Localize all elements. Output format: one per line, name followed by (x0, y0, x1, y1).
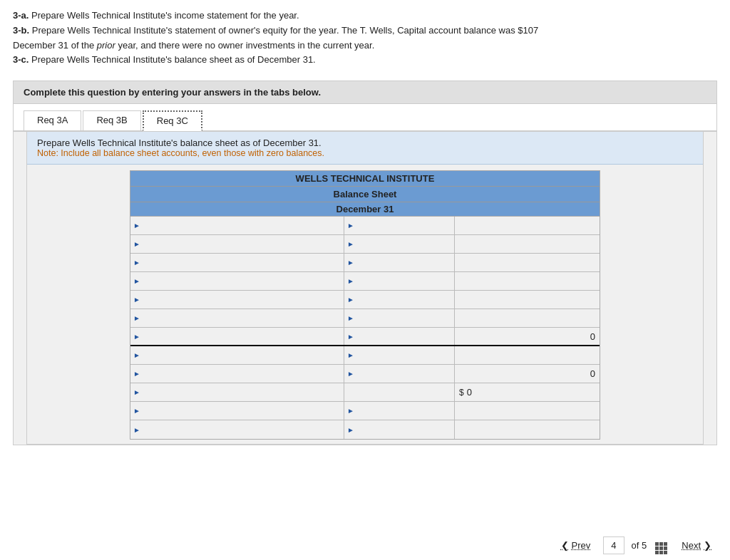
instructions-block: 3-a. Prepare Wells Technical Institute's… (0, 0, 730, 73)
prev-button[interactable]: ❮ Prev (555, 537, 597, 554)
mid-input-3[interactable] (356, 257, 435, 268)
tri-icon-m6: ► (347, 314, 354, 322)
tab-instruction: Prepare Wells Technical Institute's bala… (27, 132, 703, 165)
label-input-1[interactable] (143, 220, 341, 231)
tri-icon-m12: ► (347, 426, 354, 434)
page-number[interactable]: 4 (603, 536, 624, 554)
cell-label-3: ► (130, 254, 344, 271)
question-box-header: Complete this question by entering your … (14, 81, 716, 104)
label-input-3[interactable] (143, 257, 341, 268)
tab-note: Note: Include all balance sheet accounts… (37, 148, 693, 158)
page-wrapper: 3-a. Prepare Wells Technical Institute's… (0, 0, 730, 560)
mid-input-11[interactable] (356, 405, 435, 416)
mid-input-5[interactable] (356, 294, 435, 305)
cell-mid-9: ► (344, 365, 455, 383)
label-input-5[interactable] (143, 294, 341, 305)
cell-label-12: ► (130, 420, 344, 439)
mid-input-4[interactable] (356, 276, 435, 286)
tri-icon: ► (133, 333, 140, 341)
prev-label: Prev (572, 540, 591, 551)
cell-right-12 (455, 420, 600, 439)
cell-right-11 (455, 402, 600, 420)
tab-req3c[interactable]: Req 3C (143, 110, 202, 131)
table-row: ► ► (130, 346, 600, 365)
cell-label-4: ► (130, 272, 344, 290)
cell-right-9: 0 (455, 365, 600, 383)
balance-sheet-table: WELLS TECHNICAL INSTITUTE Balance Sheet … (130, 170, 600, 440)
tri-icon: ► (133, 314, 140, 322)
cell-mid-10 (344, 383, 455, 401)
cell-right-7: 0 (455, 328, 600, 345)
label-input-2[interactable] (143, 239, 341, 249)
table-row: ► ► (130, 217, 600, 235)
table-row: ► ► (130, 272, 600, 291)
cell-label-7: ► (130, 328, 344, 345)
bs-date: December 31 (130, 202, 600, 217)
mid-input-6[interactable] (356, 313, 435, 323)
cell-label-10: ► (130, 383, 344, 401)
grid-icon[interactable] (654, 537, 669, 554)
label-input-6[interactable] (143, 313, 341, 323)
label-input-9[interactable] (143, 368, 341, 379)
cell-label-9: ► (130, 365, 344, 383)
table-row: ► ► (130, 309, 600, 328)
mid-input-8[interactable] (356, 350, 435, 361)
val-10: 0 (467, 387, 472, 398)
cell-mid-7: ► (344, 328, 455, 345)
table-row: ► ► (130, 235, 600, 254)
table-row: ► ► 0 (130, 365, 600, 383)
label-input-10[interactable] (143, 387, 341, 398)
label-input-7[interactable] (143, 331, 341, 342)
tri-icon: ► (133, 370, 140, 378)
cell-mid-4: ► (344, 272, 455, 290)
mid-input-12[interactable] (356, 425, 435, 435)
table-row: ► ► 0 (130, 328, 600, 346)
tri-icon: ► (133, 277, 140, 285)
cell-label-1: ► (130, 217, 344, 234)
val-7: 0 (590, 331, 595, 342)
table-row: ► ► (130, 254, 600, 272)
line1-bold: 3-a. (13, 10, 29, 21)
cell-right-2 (455, 235, 600, 253)
tri-icon-m11: ► (347, 407, 354, 415)
tri-icon-m3: ► (347, 259, 354, 266)
tab-req3a[interactable]: Req 3A (24, 110, 81, 131)
line3-italic: prior (97, 40, 115, 51)
instruction-line1: 3-a. Prepare Wells Technical Institute's… (13, 9, 717, 24)
tri-icon: ► (133, 222, 140, 229)
tabs-row: Req 3A Req 3B Req 3C (14, 104, 716, 132)
table-row: ► $ 0 (130, 383, 600, 402)
tab-req3b[interactable]: Req 3B (83, 110, 140, 131)
label-input-4[interactable] (143, 276, 341, 286)
tri-icon: ► (133, 296, 140, 304)
bottom-navigation: ❮ Prev 4 of 5 Next ❯ (0, 528, 730, 560)
tri-icon: ► (133, 240, 140, 248)
grid-view-icon (655, 542, 667, 554)
tri-icon-m2: ► (347, 240, 354, 248)
label-input-11[interactable] (143, 405, 341, 416)
mid-input-2[interactable] (356, 239, 435, 249)
cell-mid-5: ► (344, 291, 455, 308)
cell-mid-8: ► (344, 346, 455, 364)
tri-icon: ► (133, 259, 140, 266)
table-row: ► ► (130, 291, 600, 309)
next-label: Next (682, 540, 701, 551)
tab-content-area: Prepare Wells Technical Institute's bala… (26, 132, 704, 445)
label-input-12[interactable] (143, 425, 341, 435)
cell-label-8: ► (130, 346, 344, 364)
next-button[interactable]: Next ❯ (676, 537, 717, 554)
mid-input-7[interactable] (356, 331, 435, 342)
right-arrow-icon: ❯ (704, 540, 711, 551)
mid-input-1[interactable] (356, 220, 435, 231)
line2-rest: Prepare Wells Technical Institute's stat… (29, 25, 538, 36)
line3-rest2: year, and there were no owner investment… (115, 40, 374, 51)
cell-right-3 (455, 254, 600, 271)
instruction-line2: 3-b. Prepare Wells Technical Institute's… (13, 24, 717, 38)
label-input-8[interactable] (143, 350, 341, 361)
instruction-line3: December 31 of the prior year, and there… (13, 38, 717, 53)
line3-rest: December 31 of the (13, 40, 97, 51)
bs-title: Balance Sheet (130, 187, 600, 202)
balance-sheet-wrapper: WELLS TECHNICAL INSTITUTE Balance Sheet … (27, 165, 703, 444)
tri-icon-m5: ► (347, 296, 354, 304)
val-9: 0 (590, 368, 595, 379)
